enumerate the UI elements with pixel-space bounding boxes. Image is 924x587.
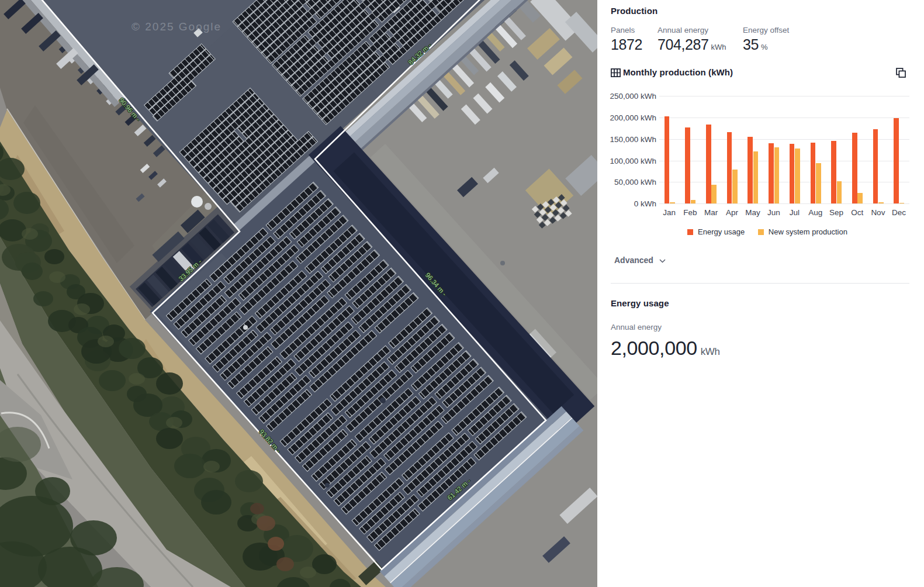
svg-text:© 2025 Google: © 2025 Google (131, 20, 222, 33)
